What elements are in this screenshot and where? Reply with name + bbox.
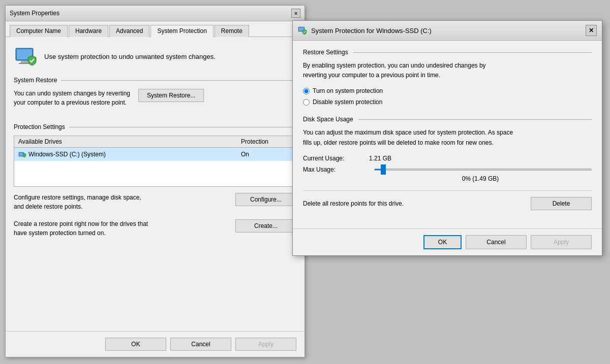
prot-cell: On — [241, 151, 292, 158]
tab-advanced[interactable]: Advanced — [109, 25, 149, 37]
system-restore-button[interactable]: System Restore... — [138, 89, 204, 102]
group-line-1 — [353, 52, 592, 53]
dialog-shield-icon — [298, 25, 308, 36]
system-properties-window: System Properties ✕ Computer Name Hardwa… — [5, 5, 305, 357]
col-protection: Protection — [241, 138, 292, 145]
dialog-close-button[interactable]: ✕ — [586, 25, 597, 36]
restore-description: You can undo system changes by reverting… — [14, 89, 130, 107]
sysprop-close-button[interactable]: ✕ — [291, 9, 300, 18]
max-usage-slider-row: Max Usage: — [303, 166, 592, 173]
sysprop-titlebar: System Properties ✕ — [6, 6, 304, 21]
table-header: Available Drives Protection — [14, 136, 296, 148]
system-restore-divider: System Restore — [14, 77, 296, 84]
current-usage-value: 1.21 GB — [369, 155, 391, 162]
divider-line-2 — [69, 127, 296, 127]
create-description: Create a restore point right now for the… — [14, 219, 235, 238]
current-usage-label: Current Usage: — [303, 155, 369, 162]
dialog-cancel-button[interactable]: Cancel — [466, 235, 527, 249]
dialog-ok-button[interactable]: OK — [423, 235, 462, 249]
tab-remote[interactable]: Remote — [215, 25, 249, 37]
dialog-apply-button[interactable]: Apply — [531, 235, 592, 249]
dialog-title-left: System Protection for Windows-SSD (C:) — [298, 25, 432, 36]
create-section: Create a restore point right now for the… — [14, 219, 296, 238]
restore-settings-group: Restore Settings By enabling system prot… — [303, 49, 592, 106]
create-button[interactable]: Create... — [235, 219, 296, 233]
sysprop-bottom-buttons: OK Cancel Apply — [6, 331, 304, 357]
intro-section: Use system protection to undo unwanted s… — [14, 44, 296, 69]
slider-pct: 0% (1.49 GB) — [369, 175, 592, 182]
dialog-bottom-buttons: OK Cancel Apply — [293, 228, 602, 255]
intro-text: Use system protection to undo unwanted s… — [44, 53, 216, 60]
configure-button[interactable]: Configure... — [235, 193, 296, 206]
radio-disable-input[interactable] — [303, 99, 310, 106]
protection-settings-label: Protection Settings — [14, 123, 65, 130]
radio-turn-on-input[interactable] — [303, 88, 310, 94]
dialog-title-text: System Protection for Windows-SSD (C:) — [311, 27, 432, 35]
disk-space-description: You can adjust the maximum disk space us… — [303, 128, 592, 147]
col-available-drives: Available Drives — [18, 138, 241, 145]
delete-row: Delete all restore points for this drive… — [303, 190, 592, 210]
sysprop-cancel-button[interactable]: Cancel — [170, 338, 231, 351]
protection-table: Available Drives Protection Windows-SSD … — [14, 136, 296, 187]
system-protection-dialog: System Protection for Windows-SSD (C:) ✕… — [292, 20, 602, 256]
svg-rect-2 — [21, 61, 28, 63]
radio-turn-on[interactable]: Turn on system protection — [303, 87, 592, 94]
radio-disable-label: Disable system protection — [313, 98, 382, 106]
computer-shield-icon — [14, 44, 38, 69]
delete-description: Delete all restore points for this drive… — [303, 200, 404, 207]
disk-space-header: Disk Space Usage — [303, 116, 592, 123]
radio-turn-on-label: Turn on system protection — [313, 87, 383, 94]
restore-settings-header: Restore Settings — [303, 49, 592, 56]
tabs-bar: Computer Name Hardware Advanced System P… — [6, 21, 304, 37]
drive-name: Windows-SSD (C:) (System) — [28, 151, 106, 158]
sysprop-apply-button[interactable]: Apply — [235, 338, 296, 351]
dialog-titlebar: System Protection for Windows-SSD (C:) ✕ — [293, 21, 602, 41]
configure-section: Configure restore settings, manage disk … — [14, 193, 296, 211]
tab-system-protection[interactable]: System Protection — [150, 25, 213, 37]
restore-row: You can undo system changes by reverting… — [14, 89, 296, 113]
group-line-2 — [358, 119, 592, 120]
table-row[interactable]: Windows-SSD (C:) (System) On — [14, 148, 296, 161]
sysprop-title: System Properties — [10, 10, 59, 17]
restore-settings-description: By enabling system protection, you can u… — [303, 61, 592, 80]
current-usage-row: Current Usage: 1.21 GB — [303, 155, 592, 162]
dialog-content: Restore Settings By enabling system prot… — [293, 41, 602, 228]
disk-space-group-label: Disk Space Usage — [303, 116, 353, 123]
system-restore-label: System Restore — [14, 77, 57, 84]
tab-computer-name[interactable]: Computer Name — [10, 25, 68, 37]
tab-hardware[interactable]: Hardware — [69, 25, 108, 37]
radio-disable[interactable]: Disable system protection — [303, 98, 592, 106]
protection-settings-divider: Protection Settings — [14, 123, 296, 130]
slider-track[interactable] — [374, 169, 592, 171]
max-usage-label: Max Usage: — [303, 166, 369, 173]
delete-button[interactable]: Delete — [531, 197, 592, 210]
table-empty-area — [14, 161, 296, 186]
drive-icon — [18, 150, 26, 158]
configure-description: Configure restore settings, manage disk … — [14, 193, 235, 211]
disk-space-group: Disk Space Usage You can adjust the maxi… — [303, 116, 592, 210]
drive-cell: Windows-SSD (C:) (System) — [18, 150, 241, 158]
sysprop-ok-button[interactable]: OK — [105, 338, 166, 351]
restore-settings-group-label: Restore Settings — [303, 49, 348, 56]
sysprop-tab-content: Use system protection to undo unwanted s… — [6, 37, 304, 331]
divider-line-1 — [61, 80, 296, 81]
slider-thumb[interactable] — [381, 164, 386, 175]
